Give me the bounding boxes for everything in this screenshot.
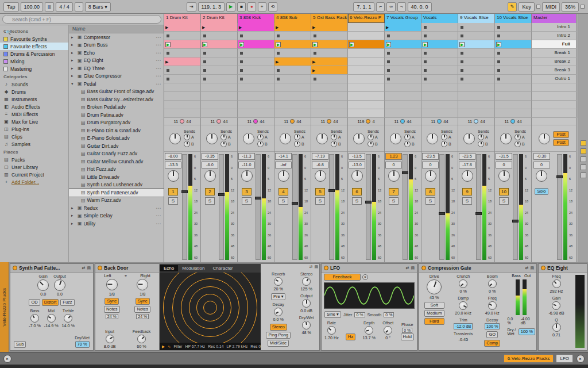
clip-slot[interactable] <box>421 32 458 40</box>
clip-slot[interactable] <box>164 49 201 57</box>
clip-stop-button[interactable] <box>424 26 427 29</box>
record-button[interactable]: ● <box>247 2 256 12</box>
left-sync-mode[interactable]: Notes <box>104 306 120 313</box>
track-header[interactable]: 6 Velo-Rezzo P <box>348 14 385 23</box>
send-b-knob[interactable] <box>220 141 227 147</box>
category-item[interactable]: ≡MIDI Effects <box>0 110 68 118</box>
clip-slot[interactable] <box>385 83 421 92</box>
pan-knob[interactable] <box>280 133 291 144</box>
clip-slot[interactable] <box>311 49 348 57</box>
track-activator[interactable]: 4 <box>278 188 288 195</box>
smooth-value[interactable]: 0 % <box>384 312 394 317</box>
solo-button[interactable]: S <box>352 197 362 205</box>
clip-playing-icon[interactable]: ▶ <box>459 42 465 47</box>
peak-display[interactable]: 0 <box>422 162 439 168</box>
hard-mode-button[interactable]: Hard <box>424 318 444 325</box>
collection-item[interactable]: Mixing <box>0 57 68 65</box>
peak-display[interactable]: -6.8 <box>312 162 328 168</box>
collapsed-arrow-icon[interactable]: ▸ <box>71 51 76 55</box>
clip-slot[interactable]: ▶ <box>311 40 348 49</box>
clip-playing-icon[interactable]: ▶ <box>349 42 354 47</box>
clip-slot[interactable] <box>238 83 274 92</box>
clip-slot[interactable] <box>495 101 532 109</box>
clip-stop-button[interactable] <box>424 78 427 80</box>
hz-mode-button[interactable]: Hz <box>346 334 355 340</box>
clip-slot[interactable] <box>238 32 274 40</box>
sends-section-toggle[interactable] <box>581 148 586 154</box>
send-a-knob[interactable] <box>220 134 227 140</box>
clip-slot[interactable] <box>201 83 238 92</box>
clip-stop-button[interactable] <box>424 34 427 37</box>
clip-chip[interactable]: 6-Velo-Rezzo Plucks <box>504 354 554 363</box>
clip-play-icon[interactable]: ▶ <box>312 25 315 29</box>
pan-knob-2[interactable] <box>536 170 547 182</box>
pedal-header[interactable]: Synth Pad Fatte... ⇄ ▤ <box>10 264 93 273</box>
decay-knob[interactable]: Decay 100 % <box>485 317 500 329</box>
clip-play-icon[interactable]: ▶ <box>165 60 168 64</box>
track-header[interactable]: 5 Oxi Bass Rack <box>311 14 348 23</box>
track-activator[interactable]: 2 <box>205 188 215 195</box>
clip-slot[interactable] <box>348 66 385 75</box>
clip-slot[interactable] <box>274 92 311 101</box>
track-activator[interactable]: 6 <box>352 188 362 195</box>
clip-slot[interactable] <box>274 66 311 75</box>
rate-knob[interactable]: Rate 1.70 Hz <box>324 320 339 340</box>
clip-slot[interactable] <box>458 23 495 32</box>
pan-mini-knob[interactable] <box>400 119 405 124</box>
volume-display[interactable]: -11.3 <box>238 153 255 160</box>
track-header[interactable]: 1 Drum Kit <box>164 14 201 23</box>
track-header[interactable]: 10 Vocals Slice <box>495 14 532 23</box>
clip-stop-button[interactable] <box>277 69 280 72</box>
pan-knob[interactable] <box>316 133 328 144</box>
output-knob[interactable]: Output 0.0 <box>53 274 66 297</box>
volume-display[interactable]: -23.5 <box>459 153 475 160</box>
category-item[interactable]: ◫Plug-ins <box>0 125 68 133</box>
fuzz-button[interactable]: Fuzz <box>60 299 74 306</box>
browser-device-item[interactable]: ▸▣Compressor••• <box>69 33 164 41</box>
send-b-knob[interactable] <box>184 141 190 147</box>
clip-slot[interactable] <box>348 23 385 32</box>
right-offset-value[interactable]: 24 % <box>136 314 149 319</box>
clip-slot[interactable] <box>274 83 311 92</box>
send-b-knob[interactable] <box>441 141 447 147</box>
clip-slot[interactable]: ▶ <box>274 57 311 66</box>
clip-slot[interactable]: ▶ <box>274 23 311 32</box>
track-activator[interactable]: 3 <box>242 188 252 195</box>
collapsed-arrow-icon[interactable]: ▸ <box>71 66 76 71</box>
clip-playing-icon[interactable]: ▶ <box>165 42 171 47</box>
clip-play-icon[interactable]: ▶ <box>276 60 278 64</box>
tempo-display[interactable]: 100.00 <box>21 2 44 12</box>
metronome-icon[interactable]: ◔ <box>75 2 83 12</box>
clip-slot[interactable] <box>421 23 458 32</box>
clip-slot[interactable] <box>274 101 311 109</box>
device-on-toggle[interactable] <box>13 266 17 270</box>
clip-stop-button[interactable] <box>240 52 243 55</box>
clip-slot[interactable] <box>201 57 238 66</box>
feedback-knob[interactable]: Feedback 60 % <box>133 329 151 349</box>
clip-slot[interactable] <box>348 83 385 92</box>
volume-fader[interactable] <box>513 154 518 260</box>
browser-device-item[interactable]: ▸▣Glue Compressor••• <box>69 72 164 80</box>
jitter-value[interactable]: 0 % <box>354 312 365 317</box>
track-header[interactable]: 2 Drum Kit <box>201 14 238 23</box>
overdub-button[interactable]: + <box>258 2 266 12</box>
collapsed-arrow-icon[interactable]: ▸ <box>71 221 76 226</box>
clip-slot[interactable]: ▶ <box>311 66 348 75</box>
clip-slot[interactable] <box>458 101 495 109</box>
clip-slot[interactable] <box>164 109 201 118</box>
right-time-knob[interactable] <box>137 279 148 290</box>
clip-slot[interactable] <box>348 92 385 101</box>
pan-knob-2[interactable] <box>462 170 473 182</box>
clip-slot[interactable] <box>201 49 238 57</box>
clip-stop-button[interactable] <box>497 52 500 55</box>
scene-slot[interactable] <box>532 92 577 101</box>
clip-playing-icon[interactable]: ▶ <box>496 42 501 47</box>
clip-stop-button[interactable] <box>203 78 206 80</box>
pan-knob-2[interactable] <box>241 170 253 182</box>
clip-stop-button[interactable] <box>461 34 463 37</box>
clip-slot[interactable]: ▶ <box>238 40 274 49</box>
clip-slot[interactable] <box>238 109 274 118</box>
clip-stop-button[interactable] <box>277 78 280 80</box>
save-preset-icon[interactable]: ▤ <box>530 266 534 270</box>
category-item[interactable]: ▤Clips <box>0 133 68 140</box>
